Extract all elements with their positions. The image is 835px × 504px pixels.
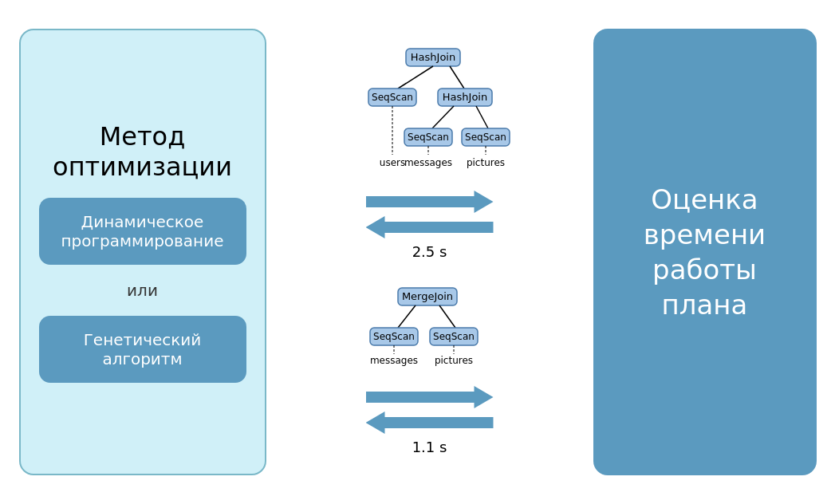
svg-text:MergeJoin: MergeJoin [401,290,452,302]
arrow-left-2 [366,411,494,434]
svg-text:messages: messages [369,355,417,366]
svg-text:SeqScan: SeqScan [408,132,449,143]
left-panel: Метод оптимизации Динамическоепрограммир… [19,29,266,475]
right-panel-title: Оценка времени работы плана [609,182,801,323]
svg-text:pictures: pictures [434,355,472,366]
svg-text:messages: messages [404,157,451,168]
arrow-left-1 [366,216,494,238]
tree1-svg: HashJoin SeqScan HashJoin SeqScan Se [346,45,514,184]
method-dynamic-label: Динамическоепрограммирование [61,212,224,250]
svg-text:SeqScan: SeqScan [372,92,413,103]
svg-line-3 [398,66,433,89]
svg-line-9 [476,106,488,128]
arrow-right-2 [366,386,494,408]
method-genetic-label: Генетический алгоритм [84,330,202,368]
svg-line-22 [398,305,416,328]
tree1-area: HashJoin SeqScan HashJoin SeqScan Se [342,45,518,184]
left-panel-title: Метод оптимизации [37,121,249,183]
method-genetic-box: Генетический алгоритм [39,316,246,383]
middle-panel: HashJoin SeqScan HashJoin SeqScan Se [338,21,522,483]
svg-text:pictures: pictures [466,157,504,168]
main-container: Метод оптимизации Динамическоепрограммир… [11,13,825,491]
tree2-svg: MergeJoin SeqScan SeqScan messages pictu… [358,284,502,380]
svg-text:HashJoin: HashJoin [410,51,455,63]
arrows1-section [366,191,494,238]
svg-text:SeqScan: SeqScan [373,331,415,342]
arrow-right-1 [366,191,494,213]
svg-text:SeqScan: SeqScan [465,132,506,143]
arrows2-section [366,386,494,434]
method-dynamic-box: Динамическоепрограммирование [39,198,246,265]
svg-line-23 [439,305,455,328]
svg-line-8 [432,106,454,128]
svg-text:SeqScan: SeqScan [433,331,475,342]
svg-line-2 [450,66,464,89]
svg-text:users: users [379,157,404,168]
svg-text:HashJoin: HashJoin [442,91,486,103]
or-label: или [127,281,158,300]
right-panel: Оценка времени работы плана [593,29,817,475]
time1-label: 2.5 s [412,243,447,260]
tree2-area: MergeJoin SeqScan SeqScan messages pictu… [342,284,518,380]
time2-label: 1.1 s [412,439,447,455]
